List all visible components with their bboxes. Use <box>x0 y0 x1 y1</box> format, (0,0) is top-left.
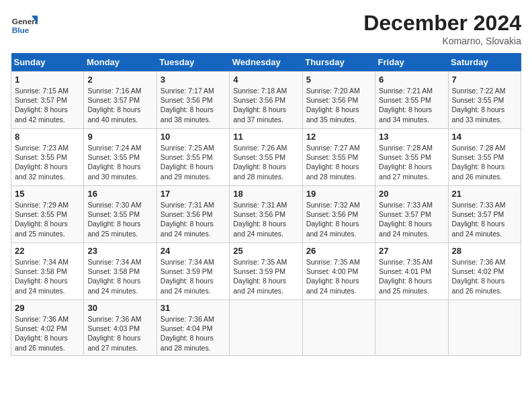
day-number: 22 <box>15 246 80 256</box>
day-number: 9 <box>87 132 152 142</box>
table-row: 17Sunrise: 7:31 AM Sunset: 3:56 PM Dayli… <box>157 186 229 243</box>
day-info: Sunrise: 7:28 AM Sunset: 3:55 PM Dayligh… <box>452 143 517 181</box>
day-number: 14 <box>452 132 517 142</box>
table-row: 10Sunrise: 7:25 AM Sunset: 3:55 PM Dayli… <box>157 129 229 186</box>
table-row: 12Sunrise: 7:27 AM Sunset: 3:55 PM Dayli… <box>302 129 375 186</box>
day-info: Sunrise: 7:29 AM Sunset: 3:55 PM Dayligh… <box>15 200 80 238</box>
day-number: 4 <box>233 75 298 85</box>
day-info: Sunrise: 7:26 AM Sunset: 3:55 PM Dayligh… <box>233 143 298 181</box>
day-number: 16 <box>87 189 152 199</box>
table-row: 27Sunrise: 7:35 AM Sunset: 4:01 PM Dayli… <box>375 243 448 300</box>
day-info: Sunrise: 7:28 AM Sunset: 3:55 PM Dayligh… <box>379 143 444 181</box>
table-row: 23Sunrise: 7:34 AM Sunset: 3:58 PM Dayli… <box>84 243 157 300</box>
table-row: 16Sunrise: 7:30 AM Sunset: 3:55 PM Dayli… <box>84 186 157 243</box>
day-number: 1 <box>15 75 80 85</box>
table-row: 18Sunrise: 7:31 AM Sunset: 3:56 PM Dayli… <box>230 186 302 243</box>
col-saturday: Saturday <box>448 53 521 72</box>
day-info: Sunrise: 7:17 AM Sunset: 3:56 PM Dayligh… <box>161 86 226 124</box>
day-number: 31 <box>161 303 226 313</box>
day-number: 30 <box>87 303 152 313</box>
col-friday: Friday <box>375 53 448 72</box>
day-info: Sunrise: 7:16 AM Sunset: 3:57 PM Dayligh… <box>87 86 152 124</box>
day-info: Sunrise: 7:22 AM Sunset: 3:55 PM Dayligh… <box>452 86 517 124</box>
day-info: Sunrise: 7:34 AM Sunset: 3:58 PM Dayligh… <box>15 257 80 295</box>
day-info: Sunrise: 7:25 AM Sunset: 3:55 PM Dayligh… <box>161 143 226 181</box>
table-row: 5Sunrise: 7:20 AM Sunset: 3:56 PM Daylig… <box>302 72 375 129</box>
logo: General Blue <box>11 11 40 38</box>
calendar-title: December 2024 <box>363 11 521 36</box>
day-number: 17 <box>161 189 226 199</box>
col-wednesday: Wednesday <box>230 53 302 72</box>
calendar-table: Sunday Monday Tuesday Wednesday Thursday… <box>11 53 521 356</box>
table-row: 20Sunrise: 7:33 AM Sunset: 3:57 PM Dayli… <box>375 186 448 243</box>
day-info: Sunrise: 7:36 AM Sunset: 4:04 PM Dayligh… <box>161 314 226 353</box>
calendar-subtitle: Komarno, Slovakia <box>363 36 521 46</box>
day-number: 3 <box>161 75 226 85</box>
day-info: Sunrise: 7:23 AM Sunset: 3:55 PM Dayligh… <box>15 143 80 181</box>
day-info: Sunrise: 7:15 AM Sunset: 3:57 PM Dayligh… <box>15 86 80 124</box>
table-row <box>302 300 375 356</box>
day-number: 6 <box>379 75 444 85</box>
day-info: Sunrise: 7:36 AM Sunset: 4:02 PM Dayligh… <box>15 314 80 353</box>
day-info: Sunrise: 7:35 AM Sunset: 4:00 PM Dayligh… <box>306 257 371 295</box>
table-row: 9Sunrise: 7:24 AM Sunset: 3:55 PM Daylig… <box>84 129 157 186</box>
calendar-week-row: 29Sunrise: 7:36 AM Sunset: 4:02 PM Dayli… <box>11 300 521 356</box>
table-row: 30Sunrise: 7:36 AM Sunset: 4:03 PM Dayli… <box>84 300 157 356</box>
column-header-row: Sunday Monday Tuesday Wednesday Thursday… <box>11 53 521 72</box>
day-info: Sunrise: 7:27 AM Sunset: 3:55 PM Dayligh… <box>306 143 371 181</box>
day-number: 24 <box>161 246 226 256</box>
table-row: 1Sunrise: 7:15 AM Sunset: 3:57 PM Daylig… <box>11 72 84 129</box>
col-tuesday: Tuesday <box>157 53 229 72</box>
table-row: 26Sunrise: 7:35 AM Sunset: 4:00 PM Dayli… <box>302 243 375 300</box>
day-number: 29 <box>15 303 80 313</box>
table-row: 13Sunrise: 7:28 AM Sunset: 3:55 PM Dayli… <box>375 129 448 186</box>
day-info: Sunrise: 7:32 AM Sunset: 3:56 PM Dayligh… <box>306 200 371 238</box>
day-number: 5 <box>306 75 371 85</box>
table-row: 28Sunrise: 7:36 AM Sunset: 4:02 PM Dayli… <box>448 243 521 300</box>
svg-text:Blue: Blue <box>12 26 30 35</box>
calendar-week-row: 15Sunrise: 7:29 AM Sunset: 3:55 PM Dayli… <box>11 186 521 243</box>
day-number: 11 <box>233 132 298 142</box>
day-number: 13 <box>379 132 444 142</box>
day-info: Sunrise: 7:31 AM Sunset: 3:56 PM Dayligh… <box>161 200 226 238</box>
table-row <box>230 300 302 356</box>
day-number: 28 <box>452 246 517 256</box>
day-info: Sunrise: 7:24 AM Sunset: 3:55 PM Dayligh… <box>87 143 152 181</box>
calendar-week-row: 22Sunrise: 7:34 AM Sunset: 3:58 PM Dayli… <box>11 243 521 300</box>
day-info: Sunrise: 7:35 AM Sunset: 3:59 PM Dayligh… <box>233 257 298 295</box>
table-row: 11Sunrise: 7:26 AM Sunset: 3:55 PM Dayli… <box>230 129 302 186</box>
table-row: 6Sunrise: 7:21 AM Sunset: 3:55 PM Daylig… <box>375 72 448 129</box>
day-number: 18 <box>233 189 298 199</box>
day-info: Sunrise: 7:20 AM Sunset: 3:56 PM Dayligh… <box>306 86 371 124</box>
table-row: 22Sunrise: 7:34 AM Sunset: 3:58 PM Dayli… <box>11 243 84 300</box>
day-info: Sunrise: 7:31 AM Sunset: 3:56 PM Dayligh… <box>233 200 298 238</box>
table-row <box>448 300 521 356</box>
title-block: December 2024 Komarno, Slovakia <box>363 11 521 46</box>
day-info: Sunrise: 7:18 AM Sunset: 3:56 PM Dayligh… <box>233 86 298 124</box>
day-info: Sunrise: 7:36 AM Sunset: 4:02 PM Dayligh… <box>452 257 517 295</box>
col-thursday: Thursday <box>302 53 375 72</box>
day-number: 15 <box>15 189 80 199</box>
day-number: 2 <box>87 75 152 85</box>
table-row: 31Sunrise: 7:36 AM Sunset: 4:04 PM Dayli… <box>157 300 229 356</box>
table-row: 3Sunrise: 7:17 AM Sunset: 3:56 PM Daylig… <box>157 72 229 129</box>
day-info: Sunrise: 7:33 AM Sunset: 3:57 PM Dayligh… <box>379 200 444 238</box>
day-info: Sunrise: 7:30 AM Sunset: 3:55 PM Dayligh… <box>87 200 152 238</box>
table-row: 24Sunrise: 7:34 AM Sunset: 3:59 PM Dayli… <box>157 243 229 300</box>
day-info: Sunrise: 7:33 AM Sunset: 3:57 PM Dayligh… <box>452 200 517 238</box>
day-number: 7 <box>452 75 517 85</box>
table-row: 4Sunrise: 7:18 AM Sunset: 3:56 PM Daylig… <box>230 72 302 129</box>
table-row: 2Sunrise: 7:16 AM Sunset: 3:57 PM Daylig… <box>84 72 157 129</box>
calendar-week-row: 1Sunrise: 7:15 AM Sunset: 3:57 PM Daylig… <box>11 72 521 129</box>
day-info: Sunrise: 7:34 AM Sunset: 3:59 PM Dayligh… <box>161 257 226 295</box>
calendar-week-row: 8Sunrise: 7:23 AM Sunset: 3:55 PM Daylig… <box>11 129 521 186</box>
page-header: General Blue December 2024 Komarno, Slov… <box>11 11 521 46</box>
col-monday: Monday <box>84 53 157 72</box>
day-info: Sunrise: 7:36 AM Sunset: 4:03 PM Dayligh… <box>87 314 152 353</box>
table-row: 25Sunrise: 7:35 AM Sunset: 3:59 PM Dayli… <box>230 243 302 300</box>
day-number: 10 <box>161 132 226 142</box>
table-row: 14Sunrise: 7:28 AM Sunset: 3:55 PM Dayli… <box>448 129 521 186</box>
day-number: 19 <box>306 189 371 199</box>
table-row: 15Sunrise: 7:29 AM Sunset: 3:55 PM Dayli… <box>11 186 84 243</box>
table-row: 7Sunrise: 7:22 AM Sunset: 3:55 PM Daylig… <box>448 72 521 129</box>
